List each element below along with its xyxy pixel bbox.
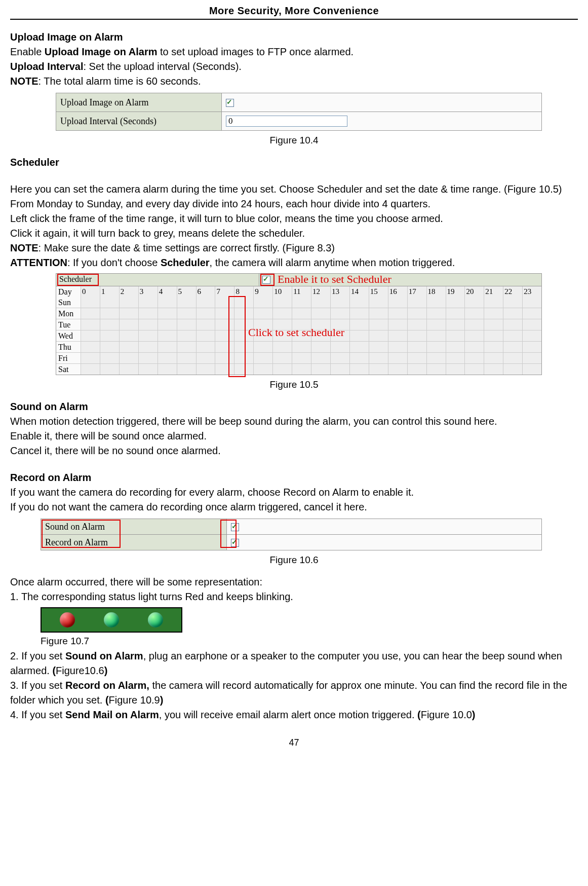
scheduler-cell[interactable] [292,297,311,308]
record-on-alarm-checkbox[interactable] [231,539,239,547]
scheduler-cell[interactable] [311,308,331,319]
scheduler-cell[interactable] [120,330,139,341]
scheduler-cell[interactable] [215,330,234,341]
scheduler-cell[interactable] [81,364,100,375]
scheduler-cell[interactable] [427,364,446,375]
scheduler-cell[interactable] [465,342,484,352]
scheduler-cell[interactable] [273,319,292,330]
scheduler-cell[interactable] [427,342,446,352]
scheduler-cell[interactable] [215,364,234,375]
scheduler-cell[interactable] [197,308,216,319]
scheduler-cell[interactable] [484,353,503,363]
scheduler-cell[interactable] [81,297,100,308]
scheduler-cell[interactable] [197,297,216,308]
scheduler-cell[interactable] [408,297,427,308]
scheduler-cell[interactable] [311,297,331,308]
scheduler-cell[interactable] [523,353,541,363]
scheduler-cell[interactable] [311,342,331,352]
sound-on-alarm-checkbox[interactable] [231,523,239,531]
scheduler-cell[interactable] [427,330,446,341]
scheduler-cell[interactable] [177,364,197,375]
scheduler-cell[interactable] [446,342,465,352]
scheduler-cell[interactable] [446,353,465,363]
scheduler-cell[interactable] [273,330,292,341]
scheduler-cell[interactable] [388,353,408,363]
scheduler-cell[interactable] [292,353,311,363]
scheduler-cell[interactable] [177,342,197,352]
scheduler-cell[interactable] [120,297,139,308]
scheduler-cell[interactable] [100,364,120,375]
scheduler-cell[interactable] [234,342,254,352]
scheduler-cell[interactable] [427,308,446,319]
scheduler-cell[interactable] [273,353,292,363]
scheduler-cell[interactable] [81,319,100,330]
scheduler-cell[interactable] [408,319,427,330]
scheduler-cell[interactable] [273,342,292,352]
scheduler-cell[interactable] [100,353,120,363]
scheduler-cell[interactable] [158,308,177,319]
scheduler-cell[interactable] [523,308,541,319]
scheduler-cell[interactable] [273,308,292,319]
scheduler-cell[interactable] [484,308,503,319]
scheduler-cell[interactable] [331,342,350,352]
scheduler-cell[interactable] [331,330,350,341]
scheduler-cell[interactable] [446,319,465,330]
scheduler-cell[interactable] [158,364,177,375]
scheduler-cell[interactable] [331,308,350,319]
scheduler-cell[interactable] [446,297,465,308]
scheduler-cell[interactable] [254,364,273,375]
upload-image-checkbox[interactable] [226,99,234,107]
scheduler-cell[interactable] [523,364,541,375]
scheduler-cell[interactable] [350,342,369,352]
scheduler-cell[interactable] [331,364,350,375]
scheduler-enable-checkbox[interactable] [262,276,270,284]
scheduler-cell[interactable] [331,297,350,308]
scheduler-cell[interactable] [100,330,120,341]
scheduler-cell[interactable] [503,353,523,363]
scheduler-cell[interactable] [369,308,388,319]
scheduler-cell[interactable] [484,342,503,352]
scheduler-cell[interactable] [311,364,331,375]
scheduler-cell[interactable] [369,353,388,363]
scheduler-cell[interactable] [408,330,427,341]
scheduler-cell[interactable] [388,297,408,308]
scheduler-cell[interactable] [465,297,484,308]
scheduler-cell[interactable] [388,319,408,330]
scheduler-cell[interactable] [215,297,234,308]
scheduler-cell[interactable] [292,364,311,375]
scheduler-cell[interactable] [503,364,523,375]
scheduler-cell[interactable] [100,308,120,319]
scheduler-cell[interactable] [465,330,484,341]
scheduler-cell[interactable] [292,330,311,341]
scheduler-cell[interactable] [503,342,523,352]
scheduler-cell[interactable] [234,364,254,375]
scheduler-cell[interactable] [139,342,158,352]
scheduler-cell[interactable] [465,353,484,363]
scheduler-cell[interactable] [350,353,369,363]
scheduler-cell[interactable] [254,319,273,330]
scheduler-cell[interactable] [388,308,408,319]
scheduler-cell[interactable] [388,364,408,375]
scheduler-cell[interactable] [81,353,100,363]
scheduler-cell[interactable] [100,319,120,330]
scheduler-cell[interactable] [388,342,408,352]
scheduler-cell[interactable] [369,342,388,352]
scheduler-cell[interactable] [350,297,369,308]
scheduler-cell[interactable] [120,319,139,330]
scheduler-cell[interactable] [465,308,484,319]
scheduler-cell[interactable] [369,364,388,375]
scheduler-cell[interactable] [369,297,388,308]
scheduler-cell[interactable] [446,364,465,375]
scheduler-cell[interactable] [254,353,273,363]
scheduler-cell[interactable] [311,330,331,341]
scheduler-cell[interactable] [427,319,446,330]
scheduler-cell[interactable] [120,308,139,319]
scheduler-cell[interactable] [523,297,541,308]
scheduler-cell[interactable] [311,319,331,330]
scheduler-cell[interactable] [350,308,369,319]
scheduler-cell[interactable] [273,297,292,308]
scheduler-cell[interactable] [503,330,523,341]
scheduler-cell[interactable] [215,308,234,319]
scheduler-cell[interactable] [484,364,503,375]
scheduler-cell[interactable] [139,364,158,375]
